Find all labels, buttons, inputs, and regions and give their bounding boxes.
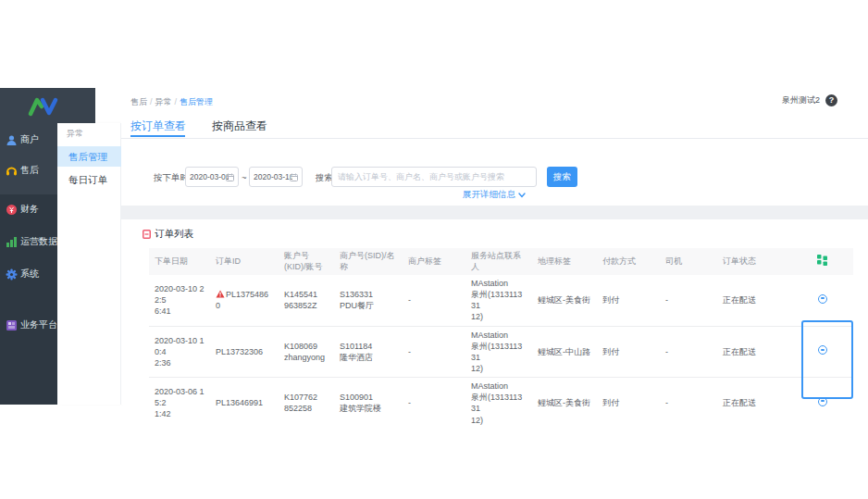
- column-header: 付款方式: [597, 248, 660, 275]
- order-table: 下单日期订单ID账户号(KID)/账号商户号(SID)/名称商户标签服务站点联系…: [149, 248, 853, 429]
- sidebar-item-system[interactable]: 系统: [6, 268, 39, 281]
- section-gap: [121, 206, 868, 219]
- cell-station-contact: MAstation 泉州(131311331 12): [465, 275, 532, 326]
- cell-action: [792, 275, 853, 326]
- column-header: 商户标签: [403, 248, 465, 275]
- selection-highlight: [801, 320, 853, 399]
- cell-order-id: PL13732306: [210, 326, 279, 378]
- breadcrumb-aftersales[interactable]: 售后: [130, 97, 147, 106]
- analytics-bars-icon: [6, 236, 18, 248]
- logo-block: [0, 88, 95, 123]
- cell-account: K107762 852258: [279, 378, 334, 429]
- cell-order-date: 2020-03-10 10:4 2:36: [149, 326, 210, 378]
- cell-geo-tag: 鲤城区-美食街: [532, 275, 597, 326]
- tabs-divider: [121, 138, 868, 139]
- column-header: 商户号(SID)/名称: [334, 248, 403, 275]
- system-gear-icon: [6, 268, 18, 281]
- cell-driver: -: [660, 275, 717, 326]
- cell-order-status: 正在配送: [717, 378, 792, 429]
- column-settings-cell: [792, 248, 853, 275]
- cell-order-id: PL13754860: [210, 275, 279, 326]
- chevron-down-icon: [518, 193, 526, 198]
- search-input[interactable]: [331, 167, 537, 187]
- active-tab-underline: [130, 135, 185, 137]
- question-icon[interactable]: ?: [825, 94, 837, 106]
- cell-merchant-tag: -: [403, 326, 465, 378]
- cell-order-id: PL13646991: [210, 378, 279, 429]
- aftersales-headset-icon: [6, 165, 18, 177]
- date-from-input[interactable]: [190, 168, 229, 186]
- cell-merchant-tag: -: [403, 378, 465, 429]
- cell-driver: -: [660, 326, 717, 378]
- sidebar-item-label: 业务平台: [20, 318, 57, 331]
- column-header: 订单ID: [210, 248, 279, 275]
- date-to-box[interactable]: [249, 167, 303, 187]
- cell-station-contact: MAstation 泉州(131311331 12): [465, 378, 532, 429]
- column-header: 下单日期: [149, 248, 210, 275]
- submenu-panel: 异常 售后管理 每日订单: [57, 123, 121, 405]
- user-name: 泉州测试2: [782, 94, 820, 106]
- column-header: 服务站点联系人: [465, 248, 532, 275]
- table-row[interactable]: 2020-03-10 22:5 6:41 PL13754860 K145541 …: [149, 275, 853, 326]
- date-to-input[interactable]: [254, 168, 292, 186]
- tab-view-by-order[interactable]: 按订单查看: [130, 119, 186, 134]
- list-icon: [143, 230, 151, 239]
- cell-driver: -: [660, 378, 717, 429]
- date-range-separator: ~: [242, 172, 247, 182]
- sidebar-item-aftersales[interactable]: 售后: [6, 164, 39, 177]
- submenu-item-daily-orders[interactable]: 每日订单: [57, 169, 121, 190]
- cell-geo-tag: 鲤城区-美食街: [532, 378, 597, 429]
- cell-account: K108069 zhangyong: [279, 326, 334, 378]
- table-row[interactable]: 2020-03-06 15:2 1:42 PL13646991 K107762 …: [149, 378, 853, 429]
- cell-order-date: 2020-03-06 15:2 1:42: [149, 378, 210, 429]
- cell-merchant: S101184 隆华酒店: [334, 326, 403, 378]
- cell-order-status: 正在配送: [717, 326, 792, 378]
- merchant-person-icon: [6, 134, 18, 146]
- calendar-icon: [226, 173, 234, 181]
- table-row[interactable]: 2020-03-10 10:4 2:36 PL13732306 K108069 …: [149, 326, 853, 378]
- tab-view-by-product[interactable]: 按商品查看: [212, 119, 267, 134]
- submenu-group-label: 异常: [67, 128, 83, 140]
- cell-order-date: 2020-03-10 22:5 6:41: [149, 275, 210, 326]
- sidebar-item-label: 系统: [20, 268, 39, 281]
- view-detail-icon[interactable]: [818, 294, 827, 304]
- cell-order-status: 正在配送: [717, 275, 792, 326]
- column-header: 地理标签: [532, 248, 597, 275]
- cell-payment: 到付: [597, 378, 660, 429]
- grid-icon[interactable]: [817, 254, 828, 266]
- sidebar-item-platform[interactable]: 业务平台: [6, 318, 57, 331]
- date-from-box[interactable]: [185, 167, 239, 187]
- breadcrumb-exception[interactable]: 异常: [155, 97, 172, 106]
- app-logo-icon: [24, 94, 70, 119]
- cell-account: K145541 963852Z: [279, 275, 334, 326]
- platform-grid-icon: [6, 319, 18, 331]
- expand-details-link[interactable]: 展开详细信息: [463, 189, 526, 201]
- cell-merchant: S100901 建筑学院楼: [334, 378, 403, 429]
- column-header: 账户号(KID)/账号: [279, 248, 334, 275]
- cell-payment: 到付: [597, 326, 660, 378]
- finance-icon: [6, 204, 18, 216]
- sidebar-item-label: 售后: [20, 164, 39, 177]
- cell-payment: 到付: [597, 275, 660, 326]
- user-area: 泉州测试2 ?: [782, 94, 837, 106]
- column-header: 订单状态: [717, 248, 792, 275]
- submenu-item-aftersales-management[interactable]: 售后管理: [57, 146, 121, 167]
- sidebar-item-finance[interactable]: 财务: [6, 203, 39, 216]
- breadcrumb: 售后/异常/售后管理: [130, 96, 213, 108]
- sidebar-item-analytics[interactable]: 运营数据: [6, 235, 57, 248]
- sidebar-item-merchant[interactable]: 商户: [6, 133, 39, 146]
- order-list-title-text: 订单列表: [155, 228, 193, 241]
- cell-geo-tag: 鲤城区-中山路: [532, 326, 597, 378]
- search-button[interactable]: 搜索: [547, 167, 577, 187]
- warning-triangle-icon: [216, 290, 225, 298]
- breadcrumb-current: 售后管理: [180, 97, 213, 106]
- order-list-title: 订单列表: [143, 228, 193, 241]
- sidebar-item-label: 财务: [20, 203, 39, 216]
- cell-merchant-tag: -: [403, 275, 465, 326]
- sidebar: 商户 售后 财务 运营数据 系统 业务平台: [0, 123, 57, 405]
- sidebar-item-label: 商户: [20, 133, 39, 146]
- sidebar-item-label: 运营数据: [20, 235, 57, 248]
- cell-station-contact: MAstation 泉州(131311331 12): [465, 326, 532, 378]
- app-canvas: 商户 售后 财务 运营数据 系统 业务平台 异常 售后管理 每日订单 售后/异常: [0, 0, 868, 499]
- calendar-icon: [290, 173, 298, 181]
